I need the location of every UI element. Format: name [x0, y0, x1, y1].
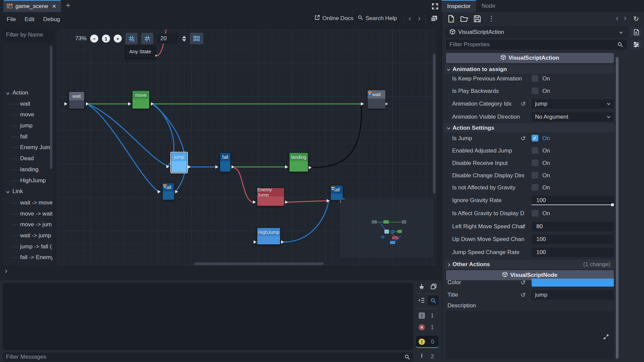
tree-item-wait[interactable]: wait — [3, 99, 52, 109]
edit-log-icon[interactable] — [419, 353, 425, 360]
node-wait-right[interactable]: wait — [367, 90, 386, 109]
checkbox[interactable] — [532, 210, 538, 217]
slider-grabber[interactable] — [611, 203, 614, 206]
nav-back-icon[interactable]: ‹ — [409, 14, 411, 23]
tree-item-link-1[interactable]: move -> wait ... — [3, 209, 52, 219]
tree-item-link-0[interactable]: wait -> move ... — [3, 198, 52, 207]
ignore-gravity-rate-slider[interactable] — [532, 204, 614, 205]
object-history-icon[interactable]: ↻ — [633, 15, 639, 23]
zoom-out-button[interactable]: − — [90, 35, 98, 43]
description-field[interactable] — [446, 311, 614, 359]
online-docs-button[interactable]: Online Docs — [314, 15, 354, 22]
object-selector-dropdown[interactable]: VisualScriptAction — [446, 27, 627, 38]
snap-step-input[interactable] — [157, 34, 178, 44]
tree-item-move[interactable]: move — [3, 110, 52, 119]
errors-filter[interactable]: ✕ — [419, 324, 425, 330]
zoom-in-button[interactable]: + — [114, 35, 122, 43]
tree-item-link-3[interactable]: wait -> jump (... — [3, 231, 52, 240]
script-panel-icon[interactable] — [430, 15, 438, 24]
checkbox[interactable] — [532, 87, 538, 94]
messages-filter[interactable]: ! — [419, 312, 425, 319]
filter-properties-input[interactable] — [446, 40, 627, 50]
load-resource-icon[interactable] — [460, 15, 468, 23]
tree-item-link-2[interactable]: move -> jum... — [3, 220, 52, 229]
tab-close-icon[interactable]: ✕ — [52, 3, 56, 9]
tab-game-scene[interactable]: game_scene ✕ — [3, 0, 61, 12]
title-field[interactable] — [532, 290, 614, 300]
revert-icon[interactable]: ↺ — [521, 291, 526, 299]
copy-output-icon[interactable] — [430, 283, 437, 291]
collapse-all-icon[interactable] — [418, 297, 425, 305]
snap-step-spinner[interactable] — [182, 36, 186, 42]
node-fall-mid[interactable]: fall — [220, 153, 231, 172]
node-move[interactable]: move — [132, 90, 150, 109]
search-help-button[interactable]: Search Help — [358, 15, 397, 22]
revert-icon[interactable]: ↺ — [521, 223, 526, 230]
tree-item-link-4[interactable]: jump -> fall (... — [3, 242, 52, 251]
tree-item-highjump[interactable]: HighJump — [3, 176, 52, 185]
new-tab-button[interactable]: + — [66, 1, 70, 10]
revert-icon[interactable]: ↺ — [521, 279, 526, 286]
sidebar-collapse-arrow[interactable]: › — [5, 266, 7, 276]
checkbox[interactable] — [532, 184, 538, 191]
tree-item-enemy-jump[interactable]: Enemy Jump — [3, 143, 52, 152]
save-icon[interactable] — [474, 15, 481, 24]
tab-node[interactable]: Node — [476, 0, 501, 12]
jump-speed-change-rate-field[interactable]: 100 — [532, 248, 614, 257]
tree-item-landing[interactable]: landing — [3, 165, 52, 174]
search-output-button[interactable] — [428, 296, 439, 305]
tree-item-dead[interactable]: Dead — [3, 154, 52, 163]
revert-icon[interactable]: ↺ — [521, 100, 526, 108]
checkbox[interactable] — [532, 75, 538, 82]
filter-messages-input[interactable] — [3, 353, 413, 361]
filter-by-name-input[interactable] — [3, 29, 53, 41]
nav-forward-icon[interactable]: › — [418, 14, 421, 23]
warnings-filter-selected[interactable]: ! 0 — [416, 335, 439, 348]
canvas-vscrollbar[interactable] — [433, 54, 436, 194]
checkbox-checked[interactable] — [532, 135, 538, 141]
checkbox[interactable] — [532, 147, 538, 154]
node-fall-right[interactable]: fall — [330, 185, 343, 200]
minimap-toggle-button[interactable] — [190, 33, 203, 44]
node-enemy-jump[interactable]: Enemy Jump — [257, 188, 284, 206]
history-back-icon[interactable]: ‹ — [616, 13, 619, 23]
tree-item-link-5[interactable]: fall -> Enemy ... — [3, 253, 52, 262]
tree-item-fall[interactable]: fall — [3, 132, 52, 141]
node-highjump[interactable]: HighJump — [257, 228, 280, 245]
new-resource-icon[interactable] — [447, 15, 455, 24]
node-landing[interactable]: landing — [289, 153, 308, 172]
up-down-move-speed-field[interactable]: 100 — [532, 235, 614, 244]
history-forward-icon[interactable]: › — [624, 13, 627, 23]
output-log[interactable] — [3, 283, 413, 350]
zoom-reset-button[interactable]: 1 — [102, 35, 110, 43]
section-action-settings[interactable]: Action Settings — [445, 123, 614, 132]
animation-direction-dropdown[interactable]: No Argument — [532, 112, 614, 122]
color-swatch[interactable] — [532, 279, 614, 287]
left-right-move-speed-field[interactable]: 80 — [532, 222, 614, 231]
checkbox[interactable] — [532, 172, 538, 179]
revert-icon[interactable]: ↺ — [521, 135, 526, 142]
menu-debug[interactable]: Debug — [43, 16, 60, 23]
menu-file[interactable]: File — [7, 16, 16, 23]
tree-item-link-6[interactable]: Enemy Jump ... — [3, 264, 52, 265]
tree-item-jump[interactable]: jump — [3, 121, 52, 130]
section-other-actions[interactable]: Other Actions (1 change) — [445, 260, 614, 269]
open-docs-button[interactable] — [631, 27, 642, 37]
section-animation-to-assign[interactable]: Animation to assign — [445, 65, 614, 74]
snap-node-button[interactable] — [141, 33, 153, 44]
graph-canvas[interactable]: 73% − 1 + Any State wait move wait — [57, 29, 437, 266]
node-fall-left[interactable]: fall — [162, 183, 174, 200]
node-wait-left[interactable]: wait — [69, 92, 85, 109]
animation-category-dropdown[interactable]: jump — [532, 99, 614, 109]
tree-group-action[interactable]: Action — [3, 88, 52, 98]
canvas-hscrollbar[interactable] — [195, 262, 324, 265]
graph-ports[interactable] — [64, 54, 388, 244]
node-any-state[interactable]: Any State — [125, 46, 155, 59]
property-tools-icon[interactable] — [631, 40, 642, 49]
checkbox[interactable] — [532, 160, 538, 166]
ignore-gravity-rate-field[interactable]: 100 — [532, 196, 614, 205]
node-jump[interactable]: jump — [171, 153, 187, 173]
snap-grid-button[interactable] — [125, 33, 138, 44]
description-expand-icon[interactable] — [603, 334, 609, 341]
inspector-scrollbar[interactable] — [616, 57, 619, 359]
